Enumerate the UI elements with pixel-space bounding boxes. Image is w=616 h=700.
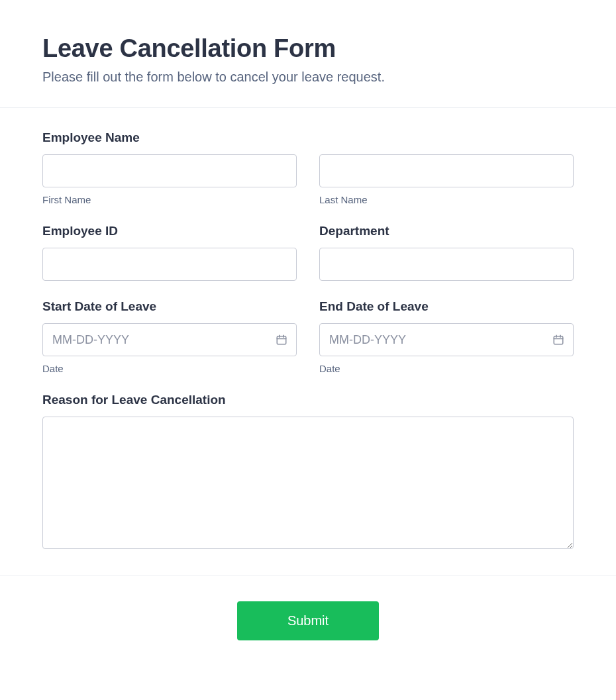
page-subtitle: Please fill out the form below to cancel… xyxy=(42,70,574,85)
start-date-label: Start Date of Leave xyxy=(42,299,297,314)
form-header: Leave Cancellation Form Please fill out … xyxy=(0,0,616,108)
last-name-input[interactable] xyxy=(319,154,574,187)
form-footer: Submit xyxy=(0,575,616,667)
page-title: Leave Cancellation Form xyxy=(42,34,574,63)
first-name-sublabel: First Name xyxy=(42,194,297,205)
id-dept-section: Employee ID Department xyxy=(42,224,574,281)
employee-id-label: Employee ID xyxy=(42,224,297,238)
department-input[interactable] xyxy=(319,248,574,281)
end-date-input[interactable] xyxy=(319,323,574,356)
start-date-sublabel: Date xyxy=(42,363,297,374)
last-name-sublabel: Last Name xyxy=(319,194,574,205)
first-name-input[interactable] xyxy=(42,154,297,187)
submit-button[interactable]: Submit xyxy=(237,601,379,640)
reason-textarea[interactable] xyxy=(42,417,574,549)
employee-name-section: Employee Name First Name Last Name xyxy=(42,130,574,205)
reason-section: Reason for Leave Cancellation xyxy=(42,393,574,552)
end-date-label: End Date of Leave xyxy=(319,299,574,314)
employee-id-input[interactable] xyxy=(42,248,297,281)
employee-name-label: Employee Name xyxy=(42,130,574,145)
department-label: Department xyxy=(319,224,574,238)
dates-section: Start Date of Leave Date End Date of Lea… xyxy=(42,299,574,374)
end-date-sublabel: Date xyxy=(319,363,574,374)
form-body: Employee Name First Name Last Name Emplo… xyxy=(0,108,616,575)
reason-label: Reason for Leave Cancellation xyxy=(42,393,574,407)
leave-cancellation-form: Leave Cancellation Form Please fill out … xyxy=(0,0,616,667)
start-date-input[interactable] xyxy=(42,323,297,356)
